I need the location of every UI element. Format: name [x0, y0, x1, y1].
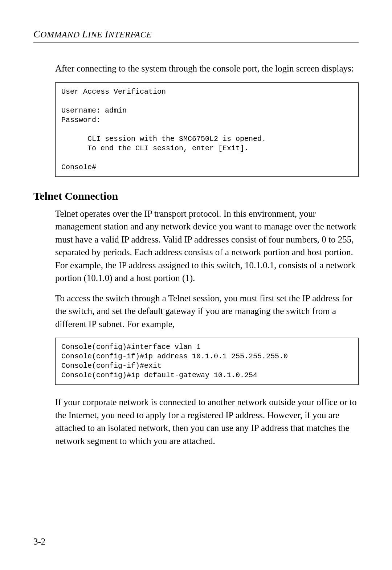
code-block-login: User Access Verification Username: admin…: [55, 82, 359, 177]
telnet-paragraph-1: Telnet operates over the IP transport pr…: [55, 207, 359, 285]
intro-paragraph: After connecting to the system through t…: [55, 62, 359, 75]
code-block-config: Console(config)#interface vlan 1 Console…: [55, 338, 359, 385]
content-block-2: Telnet operates over the IP transport pr…: [55, 207, 359, 448]
header-rule: [33, 42, 359, 42]
telnet-paragraph-2: To access the switch through a Telnet se…: [55, 292, 359, 331]
running-title: COMMAND LINE INTERFACE: [33, 30, 152, 39]
running-header: COMMAND LINE INTERFACE: [33, 28, 359, 40]
telnet-paragraph-3: If your corporate network is connected t…: [55, 396, 359, 447]
subheading-telnet: Telnet Connection: [33, 190, 359, 202]
page-number: 3-2: [33, 537, 45, 547]
content-block-1: After connecting to the system through t…: [55, 62, 359, 177]
